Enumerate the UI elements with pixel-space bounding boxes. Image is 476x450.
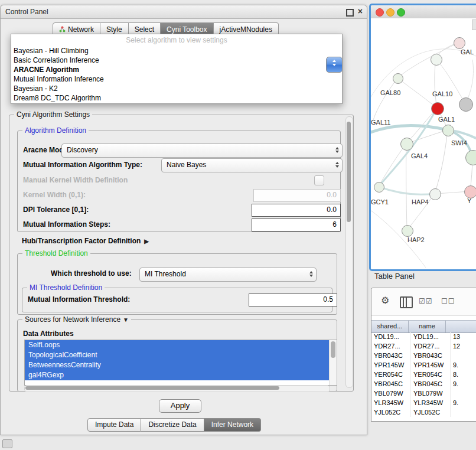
control-panel-title: Control Panel bbox=[5, 8, 48, 16]
network-node-label: SWI4 bbox=[451, 139, 467, 146]
minimized-panel-icon[interactable] bbox=[2, 439, 12, 448]
network-node[interactable] bbox=[459, 97, 473, 112]
network-node[interactable] bbox=[464, 185, 476, 198]
scrollbar-thumb[interactable] bbox=[25, 386, 279, 390]
float-window-icon[interactable] bbox=[346, 9, 354, 17]
tab-discretize-data[interactable]: Discretize Data bbox=[141, 418, 204, 432]
table-cell: YBL079W bbox=[411, 389, 451, 398]
deselect-all-columns-icon[interactable]: ☐☐ bbox=[441, 297, 455, 305]
hub-definition-toggle[interactable]: Hub/Transcription Factor Definition▶ bbox=[22, 237, 149, 245]
combo-arrows-icon bbox=[309, 271, 313, 277]
table-cell: YJL052C bbox=[371, 407, 411, 417]
table-row[interactable]: YDR27...YDR27...12 bbox=[371, 341, 476, 351]
list-scrollbar[interactable] bbox=[329, 340, 337, 385]
network-node-label: GAL80 bbox=[380, 89, 400, 96]
manual-kernel-width-checkbox[interactable] bbox=[314, 175, 324, 185]
zoom-window-icon[interactable] bbox=[397, 8, 405, 17]
network-canvas[interactable]: GALGAL80GAL10GAL11GAL1SWI4GAL4GCY1HAP4YH… bbox=[371, 18, 476, 269]
network-window-titlebar bbox=[371, 5, 476, 19]
table-cell: YDR27... bbox=[371, 341, 411, 351]
table-row[interactable]: YBR045CYBR045C9. bbox=[371, 379, 476, 389]
table-cell: 8. bbox=[451, 370, 476, 379]
list-horizontal-scrollbar[interactable] bbox=[24, 385, 330, 392]
network-node[interactable] bbox=[454, 37, 465, 49]
algorithm-option[interactable]: Bayesian - Hill Climbing bbox=[11, 46, 342, 56]
attribute-item[interactable]: gal4RGexp bbox=[25, 370, 330, 380]
expand-right-icon[interactable]: ▶ bbox=[144, 238, 149, 244]
bottom-tabs: Impute Data Discretize Data Infer Networ… bbox=[87, 418, 261, 432]
data-attributes-list[interactable]: SelfLoopsTopologicalCoefficientBetweenne… bbox=[24, 340, 337, 386]
close-window-icon[interactable] bbox=[376, 8, 384, 17]
table-header: shared... name bbox=[371, 320, 476, 333]
aracne-mode-combo[interactable]: Discovery bbox=[61, 144, 343, 158]
attribute-item[interactable]: TopologicalCoefficient bbox=[25, 350, 330, 360]
which-threshold-label: Which threshold to use: bbox=[51, 269, 132, 278]
mi-type-label: Mutual Information Algorithm Type: bbox=[23, 161, 142, 169]
network-node[interactable] bbox=[402, 225, 413, 237]
network-icon bbox=[59, 26, 66, 32]
table-cell: YDL19... bbox=[371, 332, 411, 341]
table-row[interactable]: YBL079WYBL079W bbox=[371, 389, 476, 398]
which-threshold-value: MI Threshold bbox=[145, 270, 186, 278]
mi-type-combo[interactable]: Naive Bayes bbox=[161, 158, 343, 172]
table-row[interactable]: YLR345WYLR345W9. bbox=[371, 398, 476, 407]
select-all-columns-icon[interactable]: ☑☑ bbox=[419, 297, 433, 305]
network-node[interactable] bbox=[400, 138, 413, 151]
algorithm-option[interactable]: Mutual Information Inference bbox=[11, 74, 342, 84]
network-node[interactable] bbox=[442, 125, 454, 136]
combo-arrows-icon bbox=[335, 162, 339, 168]
mi-threshold-label: Mutual Information Threshold: bbox=[28, 295, 130, 304]
algorithm-popup-options: Bayesian - Hill ClimbingBasic Correlatio… bbox=[11, 46, 342, 103]
tab-impute-data[interactable]: Impute Data bbox=[87, 418, 141, 432]
column-header-name[interactable]: name bbox=[409, 321, 446, 332]
network-node[interactable] bbox=[393, 73, 403, 84]
tab-label: Style bbox=[106, 25, 122, 34]
network-node-label: GAL bbox=[461, 48, 474, 56]
table-row[interactable]: YDL19...YDL19...13 bbox=[371, 332, 476, 341]
kernel-width-field[interactable]: 0.0 bbox=[253, 189, 341, 202]
table-cell: 13 bbox=[451, 332, 476, 341]
algorithm-option[interactable]: Basic Correlation Inference bbox=[11, 56, 342, 65]
scrollbar-thumb[interactable] bbox=[347, 122, 351, 222]
column-selector-icon[interactable] bbox=[400, 296, 413, 308]
tab-infer-network[interactable]: Infer Network bbox=[204, 418, 261, 432]
gear-icon[interactable]: ⚙ bbox=[381, 295, 389, 306]
table-cell: YDL19... bbox=[411, 332, 451, 341]
attribute-item[interactable]: BetweennessCentrality bbox=[25, 360, 330, 370]
apply-button[interactable]: Apply bbox=[159, 399, 201, 413]
table-row[interactable]: YPR145WYPR145W9. bbox=[371, 360, 476, 370]
network-scrollbar[interactable] bbox=[472, 19, 476, 30]
aracne-mode-value: Discovery bbox=[67, 146, 98, 154]
table-row[interactable]: YBR043CYBR043C bbox=[371, 351, 476, 360]
table-toolbar: ⚙ ☑☑ ☐☐ bbox=[371, 288, 476, 316]
network-node[interactable] bbox=[374, 182, 384, 193]
algorithm-option[interactable]: ARACNE Algorithm bbox=[11, 65, 342, 74]
mi-threshold-field[interactable]: 0.5 bbox=[249, 294, 337, 306]
settings-scrollbar[interactable] bbox=[345, 116, 353, 388]
minimize-window-icon[interactable] bbox=[386, 8, 395, 17]
table-cell: YBR043C bbox=[371, 351, 411, 360]
algorithm-popup: Select algorithm to view settings Bayesi… bbox=[11, 34, 343, 104]
attribute-item[interactable]: SelfLoops bbox=[25, 340, 330, 350]
network-node[interactable] bbox=[431, 54, 442, 66]
algorithm-option[interactable]: Dream8 DC_TDC Algorithm bbox=[11, 93, 342, 103]
table-cell: 9. bbox=[451, 360, 476, 370]
close-icon[interactable]: × bbox=[358, 6, 363, 16]
sources-group-title[interactable]: Sources for Network Inference▼ bbox=[22, 315, 131, 324]
network-node-label: HAP4 bbox=[412, 198, 429, 206]
dpi-tolerance-field[interactable]: 0.0 bbox=[252, 204, 341, 217]
column-header-shared-name[interactable]: shared... bbox=[371, 321, 409, 332]
scrollbar-thumb[interactable] bbox=[331, 341, 335, 358]
which-threshold-combo[interactable]: MI Threshold bbox=[139, 268, 317, 282]
collapse-down-icon[interactable]: ▼ bbox=[123, 317, 129, 323]
algorithm-option[interactable]: Bayesian - K2 bbox=[11, 84, 342, 93]
network-node-gal10[interactable] bbox=[431, 102, 444, 115]
sources-title-label: Sources for Network Inference bbox=[25, 315, 120, 324]
table-row[interactable]: YER054CYER054C8. bbox=[371, 370, 476, 379]
network-node[interactable] bbox=[429, 188, 441, 200]
algorithm-popup-placeholder: Select algorithm to view settings bbox=[11, 34, 342, 46]
column-header-partial[interactable] bbox=[446, 321, 476, 332]
algorithm-combo-button[interactable] bbox=[326, 57, 343, 73]
mi-steps-field[interactable]: 6 bbox=[252, 219, 341, 231]
table-row[interactable]: YJL052CYJL052C bbox=[371, 407, 476, 417]
